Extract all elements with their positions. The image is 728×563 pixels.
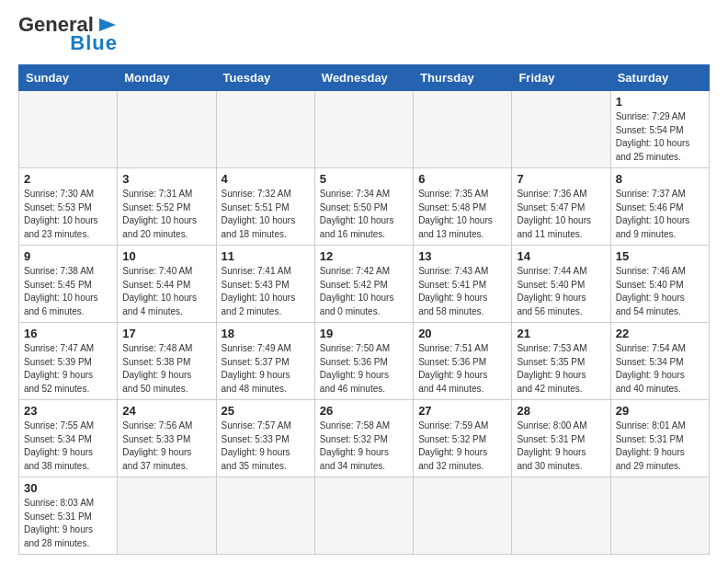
table-row: 11Sunrise: 7:41 AM Sunset: 5:43 PM Dayli… — [216, 246, 314, 323]
day-number: 16 — [24, 327, 112, 340]
day-info: Sunrise: 7:46 AM Sunset: 5:40 PM Dayligh… — [616, 265, 704, 318]
day-number: 18 — [222, 327, 310, 340]
table-row: 26Sunrise: 7:58 AM Sunset: 5:32 PM Dayli… — [314, 400, 413, 477]
table-row: 30Sunrise: 8:03 AM Sunset: 5:31 PM Dayli… — [19, 477, 118, 555]
table-row: 8Sunrise: 7:37 AM Sunset: 5:46 PM Daylig… — [610, 168, 709, 246]
table-row: 16Sunrise: 7:47 AM Sunset: 5:39 PM Dayli… — [19, 323, 118, 400]
day-number: 15 — [616, 249, 704, 263]
day-number: 25 — [222, 404, 310, 418]
table-row — [512, 477, 610, 555]
table-row — [118, 91, 216, 168]
table-row: 19Sunrise: 7:50 AM Sunset: 5:36 PM Dayli… — [314, 323, 413, 400]
logo-blue-text: Blue — [70, 31, 118, 55]
table-row: 27Sunrise: 7:59 AM Sunset: 5:32 PM Dayli… — [414, 400, 512, 477]
header-tuesday: Tuesday — [216, 65, 314, 91]
table-row: 7Sunrise: 7:36 AM Sunset: 5:47 PM Daylig… — [512, 168, 610, 246]
table-row — [19, 91, 118, 168]
table-row — [216, 477, 314, 555]
day-info: Sunrise: 7:54 AM Sunset: 5:34 PM Dayligh… — [616, 342, 704, 396]
table-row: 13Sunrise: 7:43 AM Sunset: 5:41 PM Dayli… — [414, 246, 512, 323]
weekday-header-row: Sunday Monday Tuesday Wednesday Thursday… — [19, 65, 710, 91]
day-number: 12 — [320, 249, 408, 263]
table-row — [216, 91, 314, 168]
day-number: 8 — [616, 172, 704, 186]
table-row: 2Sunrise: 7:30 AM Sunset: 5:53 PM Daylig… — [19, 168, 118, 246]
day-info: Sunrise: 8:03 AM Sunset: 5:31 PM Dayligh… — [24, 497, 112, 550]
day-number: 20 — [418, 327, 506, 340]
day-info: Sunrise: 7:31 AM Sunset: 5:52 PM Dayligh… — [122, 188, 210, 241]
day-number: 21 — [517, 327, 605, 340]
day-info: Sunrise: 7:56 AM Sunset: 5:33 PM Dayligh… — [122, 419, 210, 473]
day-number: 24 — [122, 404, 210, 418]
day-info: Sunrise: 8:01 AM Sunset: 5:31 PM Dayligh… — [616, 419, 704, 473]
day-number: 10 — [122, 249, 210, 263]
table-row: 23Sunrise: 7:55 AM Sunset: 5:34 PM Dayli… — [19, 400, 118, 477]
day-number: 26 — [320, 404, 408, 418]
table-row: 28Sunrise: 8:00 AM Sunset: 5:31 PM Dayli… — [512, 400, 610, 477]
table-row: 25Sunrise: 7:57 AM Sunset: 5:33 PM Dayli… — [216, 400, 314, 477]
day-info: Sunrise: 7:48 AM Sunset: 5:38 PM Dayligh… — [122, 342, 210, 396]
header-thursday: Thursday — [414, 65, 512, 91]
day-info: Sunrise: 7:38 AM Sunset: 5:45 PM Dayligh… — [24, 265, 112, 318]
calendar-row: 1Sunrise: 7:29 AM Sunset: 5:54 PM Daylig… — [19, 91, 710, 168]
table-row — [610, 477, 709, 555]
day-number: 6 — [418, 172, 506, 186]
table-row: 15Sunrise: 7:46 AM Sunset: 5:40 PM Dayli… — [610, 246, 709, 323]
day-info: Sunrise: 7:29 AM Sunset: 5:54 PM Dayligh… — [616, 110, 704, 164]
header-monday: Monday — [118, 65, 216, 91]
table-row: 10Sunrise: 7:40 AM Sunset: 5:44 PM Dayli… — [118, 246, 216, 323]
day-info: Sunrise: 8:00 AM Sunset: 5:31 PM Dayligh… — [517, 419, 605, 473]
day-info: Sunrise: 7:55 AM Sunset: 5:34 PM Dayligh… — [24, 419, 112, 473]
table-row: 21Sunrise: 7:53 AM Sunset: 5:35 PM Dayli… — [512, 323, 610, 400]
table-row — [414, 477, 512, 555]
calendar-row: 23Sunrise: 7:55 AM Sunset: 5:34 PM Dayli… — [19, 400, 710, 477]
day-info: Sunrise: 7:30 AM Sunset: 5:53 PM Dayligh… — [24, 188, 112, 241]
header-wednesday: Wednesday — [314, 65, 413, 91]
day-number: 14 — [517, 249, 605, 263]
table-row: 12Sunrise: 7:42 AM Sunset: 5:42 PM Dayli… — [314, 246, 413, 323]
table-row — [414, 91, 512, 168]
table-row — [118, 477, 216, 555]
day-info: Sunrise: 7:35 AM Sunset: 5:48 PM Dayligh… — [418, 188, 506, 241]
day-number: 27 — [418, 404, 506, 418]
table-row: 17Sunrise: 7:48 AM Sunset: 5:38 PM Dayli… — [118, 323, 216, 400]
day-number: 29 — [616, 404, 704, 418]
svg-marker-0 — [99, 18, 116, 31]
day-number: 28 — [517, 404, 605, 418]
table-row — [314, 91, 413, 168]
day-info: Sunrise: 7:37 AM Sunset: 5:46 PM Dayligh… — [616, 188, 704, 241]
calendar-row: 2Sunrise: 7:30 AM Sunset: 5:53 PM Daylig… — [19, 168, 710, 246]
day-info: Sunrise: 7:36 AM Sunset: 5:47 PM Dayligh… — [517, 188, 605, 241]
day-info: Sunrise: 7:43 AM Sunset: 5:41 PM Dayligh… — [418, 265, 506, 318]
calendar-row: 30Sunrise: 8:03 AM Sunset: 5:31 PM Dayli… — [19, 477, 710, 555]
table-row: 24Sunrise: 7:56 AM Sunset: 5:33 PM Dayli… — [118, 400, 216, 477]
table-row: 29Sunrise: 8:01 AM Sunset: 5:31 PM Dayli… — [610, 400, 709, 477]
logo: General Blue — [18, 15, 118, 55]
day-number: 11 — [222, 249, 310, 263]
day-info: Sunrise: 7:51 AM Sunset: 5:36 PM Dayligh… — [418, 342, 506, 396]
day-info: Sunrise: 7:47 AM Sunset: 5:39 PM Dayligh… — [24, 342, 112, 396]
day-number: 19 — [320, 327, 408, 340]
day-number: 2 — [24, 172, 112, 186]
day-info: Sunrise: 7:50 AM Sunset: 5:36 PM Dayligh… — [320, 342, 408, 396]
calendar-row: 9Sunrise: 7:38 AM Sunset: 5:45 PM Daylig… — [19, 246, 710, 323]
table-row: 22Sunrise: 7:54 AM Sunset: 5:34 PM Dayli… — [610, 323, 709, 400]
day-number: 22 — [616, 327, 704, 340]
table-row: 4Sunrise: 7:32 AM Sunset: 5:51 PM Daylig… — [216, 168, 314, 246]
table-row: 9Sunrise: 7:38 AM Sunset: 5:45 PM Daylig… — [19, 246, 118, 323]
day-info: Sunrise: 7:32 AM Sunset: 5:51 PM Dayligh… — [222, 188, 310, 241]
header-friday: Friday — [512, 65, 610, 91]
day-number: 1 — [616, 95, 704, 109]
header: General Blue — [18, 15, 710, 55]
table-row: 20Sunrise: 7:51 AM Sunset: 5:36 PM Dayli… — [414, 323, 512, 400]
day-info: Sunrise: 7:34 AM Sunset: 5:50 PM Dayligh… — [320, 188, 408, 241]
table-row — [512, 91, 610, 168]
day-info: Sunrise: 7:42 AM Sunset: 5:42 PM Dayligh… — [320, 265, 408, 318]
day-info: Sunrise: 7:40 AM Sunset: 5:44 PM Dayligh… — [122, 265, 210, 318]
day-info: Sunrise: 7:44 AM Sunset: 5:40 PM Dayligh… — [517, 265, 605, 318]
day-number: 13 — [418, 249, 506, 263]
day-info: Sunrise: 7:41 AM Sunset: 5:43 PM Dayligh… — [222, 265, 310, 318]
day-info: Sunrise: 7:57 AM Sunset: 5:33 PM Dayligh… — [222, 419, 310, 473]
table-row: 5Sunrise: 7:34 AM Sunset: 5:50 PM Daylig… — [314, 168, 413, 246]
day-info: Sunrise: 7:53 AM Sunset: 5:35 PM Dayligh… — [517, 342, 605, 396]
